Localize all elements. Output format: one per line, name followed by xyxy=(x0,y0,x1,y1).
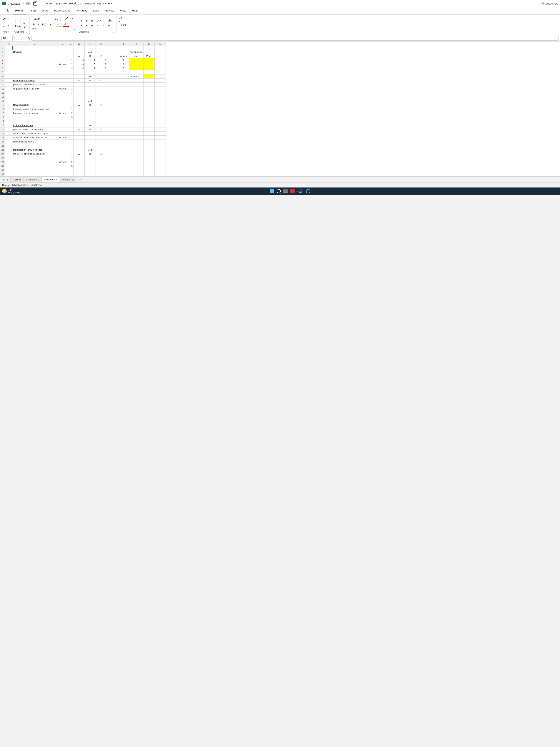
cell-G18[interactable] xyxy=(96,115,107,119)
cell-J22[interactable] xyxy=(129,132,143,136)
col-header-F[interactable]: F xyxy=(85,42,96,46)
cut-icon[interactable]: ✂ xyxy=(24,18,27,21)
add-sheet-button[interactable]: + xyxy=(78,178,82,181)
cell-F5[interactable]: 7 xyxy=(85,62,96,66)
cell-E21[interactable]: A xyxy=(74,127,85,132)
cell-B32[interactable] xyxy=(12,172,57,176)
cell-J28[interactable] xyxy=(129,156,143,160)
cell-D9[interactable] xyxy=(68,79,74,83)
align-center-icon[interactable]: ≡ xyxy=(85,24,89,27)
cell-C3[interactable] xyxy=(57,54,68,58)
sheet-tab-dr5[interactable]: D&R #5 xyxy=(10,177,24,182)
cell-C30[interactable] xyxy=(57,164,68,168)
cell-A6[interactable] xyxy=(5,66,12,70)
cell-E15[interactable]: A xyxy=(74,103,85,107)
cell-J16[interactable] xyxy=(129,107,143,111)
cell-F2[interactable]: Job xyxy=(85,50,96,54)
accept-formula-icon[interactable]: ✓ xyxy=(24,37,26,40)
cell-K10[interactable] xyxy=(143,83,155,87)
cell-L11[interactable] xyxy=(155,87,165,91)
cell-I24[interactable] xyxy=(118,140,129,144)
cell-F25[interactable] xyxy=(85,144,96,148)
cell-A30[interactable] xyxy=(5,164,12,168)
cell-A5[interactable] xyxy=(5,62,12,66)
cell-D12[interactable]: 3 xyxy=(68,91,74,95)
cell-L13[interactable] xyxy=(155,95,165,99)
cell-B29[interactable] xyxy=(12,160,57,164)
cell-A16[interactable] xyxy=(5,107,12,111)
col-header-H[interactable]: H xyxy=(107,42,118,46)
cell-C5[interactable]: Worker xyxy=(57,62,68,66)
orientation-icon[interactable]: ⤢ ˅ xyxy=(96,19,105,23)
cell-H6[interactable] xyxy=(107,66,118,70)
formula-menu-icon[interactable]: ⋮ xyxy=(17,37,19,40)
cell-H17[interactable] xyxy=(107,111,118,115)
cell-C16[interactable] xyxy=(57,107,68,111)
cell-H10[interactable] xyxy=(107,83,118,87)
cell-I13[interactable] xyxy=(118,95,129,99)
format-painter-icon[interactable]: 🖌 xyxy=(24,26,27,29)
accessibility-status[interactable]: ⓘ Accessibility: Good to go xyxy=(12,183,42,187)
cell-D29[interactable]: 2 xyxy=(68,160,74,164)
cell-C9[interactable] xyxy=(57,79,68,83)
cell-H8[interactable] xyxy=(107,75,118,79)
cell-K11[interactable] xyxy=(143,87,155,91)
cell-A24[interactable] xyxy=(5,140,12,144)
taskbar-search-icon[interactable] xyxy=(277,189,281,193)
cell-H5[interactable] xyxy=(107,62,118,66)
cell-F11[interactable] xyxy=(85,87,96,91)
cell-K4[interactable] xyxy=(143,58,155,62)
cell-J4[interactable] xyxy=(129,58,143,62)
cell-A17[interactable] xyxy=(5,111,12,115)
cell-D15[interactable] xyxy=(68,103,74,107)
cell-B12[interactable] xyxy=(12,91,57,95)
cell-G16[interactable] xyxy=(96,107,107,111)
cell-K7[interactable] xyxy=(143,70,155,75)
cell-K15[interactable] xyxy=(143,103,155,107)
sheet-tab-problem3[interactable]: Problem #3 xyxy=(60,177,77,182)
cell-F12[interactable] xyxy=(85,91,96,95)
sheet-nav-prev-icon[interactable]: ◀ xyxy=(1,178,5,182)
cell-G13[interactable] xyxy=(96,95,107,99)
cell-G25[interactable] xyxy=(96,144,107,148)
row-header[interactable]: 3 xyxy=(0,54,5,58)
cell-E23[interactable] xyxy=(74,136,85,140)
cell-F7[interactable] xyxy=(85,70,96,75)
cell-A28[interactable] xyxy=(5,156,12,160)
cell-A10[interactable] xyxy=(5,83,12,87)
cell-H2[interactable] xyxy=(107,50,118,54)
cell-A25[interactable] xyxy=(5,144,12,148)
cell-C23[interactable]: Worker xyxy=(57,136,68,140)
cell-C11[interactable]: Worker xyxy=(57,87,68,91)
italic-button[interactable]: I xyxy=(37,22,40,26)
cell-B11[interactable]: largest number in the table) xyxy=(12,87,57,91)
cortana-icon[interactable] xyxy=(306,189,310,194)
increase-font-icon[interactable]: Aˆ xyxy=(64,17,69,21)
task-view-icon[interactable] xyxy=(283,189,288,194)
borders-button[interactable]: ⊞ ˅ xyxy=(48,22,55,26)
cell-E11[interactable] xyxy=(74,87,85,91)
cell-K29[interactable] xyxy=(143,160,155,164)
cell-D4[interactable]: 1 xyxy=(68,58,74,62)
cell-L25[interactable] xyxy=(155,144,165,148)
cell-J18[interactable] xyxy=(129,115,143,119)
cell-D17[interactable]: 2 xyxy=(68,111,74,115)
cell-B4[interactable] xyxy=(12,58,57,62)
cell-B14[interactable] xyxy=(12,99,57,103)
col-header-L[interactable]: L xyxy=(155,42,165,46)
formula-bar[interactable] xyxy=(31,36,559,41)
cell-C7[interactable] xyxy=(57,70,68,75)
cell-G2[interactable] xyxy=(96,50,107,54)
underline-button[interactable]: U ˅ xyxy=(41,22,47,26)
cell-I8[interactable] xyxy=(118,75,129,79)
cell-E6[interactable]: 4 xyxy=(74,66,85,70)
cell-E26[interactable] xyxy=(74,148,85,152)
cell-I1[interactable] xyxy=(118,46,129,50)
cell-I15[interactable] xyxy=(118,103,129,107)
cell-H14[interactable] xyxy=(107,99,118,103)
alignment-launcher-icon[interactable]: ↘ xyxy=(113,31,114,33)
cell-I3[interactable]: Worker xyxy=(118,54,129,58)
cell-B25[interactable] xyxy=(12,144,57,148)
fx-icon[interactable]: fx xyxy=(28,37,30,40)
align-left-icon[interactable]: ≡ xyxy=(79,24,84,27)
